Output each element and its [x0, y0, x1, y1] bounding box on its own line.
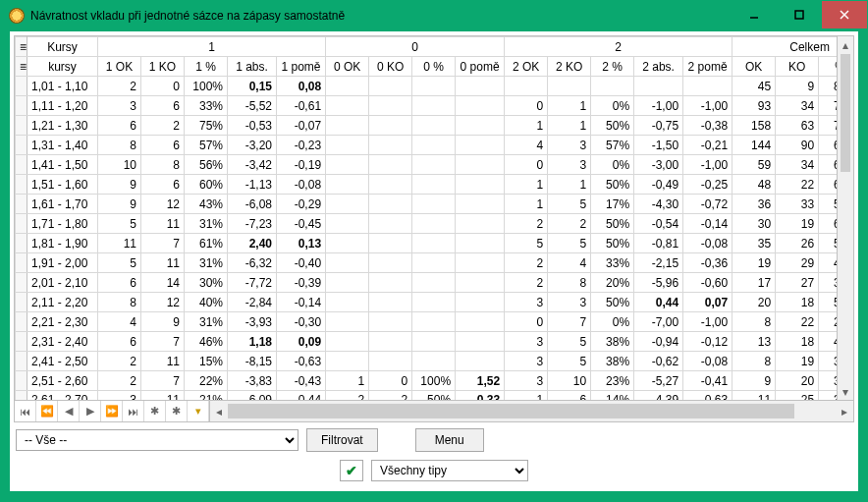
col-1abs[interactable]: 1 abs. [228, 57, 277, 77]
row-handle[interactable] [16, 352, 27, 371]
cell: -0,14 [683, 214, 732, 234]
row-handle[interactable] [16, 77, 27, 96]
scroll-down-arrow-icon[interactable]: ▾ [838, 383, 853, 400]
cell [326, 352, 369, 371]
row-handle[interactable] [16, 155, 27, 175]
nav-last-icon[interactable]: ⏭ [123, 401, 144, 421]
col-2abs[interactable]: 2 abs. [634, 57, 683, 77]
cell: 8 [732, 352, 776, 371]
row-handle[interactable] [16, 273, 27, 293]
tips-select[interactable]: Všechny tipy [371, 460, 528, 481]
cell: 0 [141, 77, 185, 96]
scroll-up-arrow-icon[interactable]: ▴ [838, 36, 853, 53]
col-0ko[interactable]: 0 KO [369, 57, 412, 77]
row-handle[interactable] [16, 234, 27, 253]
row-handle[interactable] [16, 116, 27, 136]
nav-nextpage-icon[interactable]: ⏩ [101, 401, 123, 421]
col-1ko[interactable]: 1 KO [141, 57, 185, 77]
row-handle[interactable] [16, 214, 27, 234]
table-row[interactable]: 1,71 - 1,8051131%-7,23-0,452250%-0,54-0,… [16, 214, 854, 234]
col-group-celkem[interactable]: Celkem [732, 37, 853, 57]
row-handle[interactable] [16, 96, 27, 116]
table-row[interactable]: 2,11 - 2,2081240%-2,84-0,143350%0,440,07… [16, 293, 854, 312]
col-1pct[interactable]: 1 % [185, 57, 228, 77]
nav-bookmark2-icon[interactable]: ✱ [166, 401, 188, 421]
content-area: ≡ Kursy 1 0 2 Celkem OK kurs ≡ kursy 1 O… [9, 30, 859, 492]
table-row[interactable]: 2,21 - 2,304931%-3,93-0,30070%-7,00-1,00… [16, 312, 854, 332]
col-0ok[interactable]: 0 OK [326, 57, 369, 77]
minimize-button[interactable] [732, 1, 777, 28]
col-range[interactable]: kursy [27, 57, 98, 77]
col-group-1[interactable]: 1 [98, 37, 326, 57]
col-1ok[interactable]: 1 OK [98, 57, 141, 77]
titlebar[interactable]: Návratnost vkladu při jednotné sázce na … [1, 1, 867, 30]
table-row[interactable]: 1,01 - 1,1020100%0,150,0845983%-01,20 [16, 77, 854, 96]
vscroll-thumb[interactable] [841, 54, 850, 172]
scroll-left-arrow-icon[interactable]: ◂ [210, 401, 228, 421]
col-2pct[interactable]: 2 % [591, 57, 634, 77]
cell: 9 [732, 371, 776, 391]
col-group-0[interactable]: 0 [326, 37, 505, 57]
cell: 18 [776, 332, 819, 352]
grid-corner[interactable]: ≡ [16, 37, 27, 57]
row-handle[interactable] [16, 371, 27, 391]
row-handle[interactable] [16, 136, 27, 155]
cell: -2,15 [634, 253, 683, 273]
grid-corner-2[interactable]: ≡ [16, 57, 27, 77]
table-row[interactable]: 1,81 - 1,9011761%2,400,135550%-0,81-0,08… [16, 234, 854, 253]
table-row[interactable]: 1,21 - 1,306275%-0,53-0,071150%-0,75-0,3… [16, 116, 854, 136]
menu-button[interactable]: Menu [415, 428, 484, 452]
cell [456, 195, 505, 214]
table-row[interactable]: 1,31 - 1,408657%-3,20-0,234357%-1,50-0,2… [16, 136, 854, 155]
table-row[interactable]: 2,51 - 2,602722%-3,83-0,4310100%1,523102… [16, 371, 854, 391]
close-button[interactable] [822, 1, 867, 28]
table-row[interactable]: 2,31 - 2,406746%1,180,093538%-0,94-0,121… [16, 332, 854, 352]
row-handle[interactable] [16, 332, 27, 352]
nav-filter-icon[interactable]: ▾ [188, 401, 209, 421]
vertical-scrollbar[interactable]: ▴ ▾ [837, 36, 853, 400]
col-2ok[interactable]: 2 OK [505, 57, 548, 77]
cell: 46% [185, 332, 228, 352]
col-2pome[interactable]: 2 pomě [683, 57, 732, 77]
filter-select[interactable]: -- Vše -- [16, 429, 298, 451]
nav-first-icon[interactable]: ⏮ [15, 401, 36, 421]
scroll-right-arrow-icon[interactable]: ▸ [836, 401, 853, 421]
col-group-kursy[interactable]: Kursy [27, 37, 98, 57]
cell: -0,40 [277, 253, 326, 273]
nav-prevpage-icon[interactable]: ⏪ [36, 401, 58, 421]
col-0pome[interactable]: 0 pomě [456, 57, 505, 77]
nav-prev-icon[interactable]: ◀ [58, 401, 80, 421]
cell: 18 [776, 293, 819, 312]
row-handle[interactable] [16, 391, 27, 401]
col-1pome[interactable]: 1 pomě [277, 57, 326, 77]
table-row[interactable]: 1,51 - 1,609660%-1,13-0,081150%-0,49-0,2… [16, 175, 854, 195]
col-0pct[interactable]: 0 % [412, 57, 456, 77]
cell: -0,08 [683, 234, 732, 253]
table-row[interactable]: 2,61 - 2,7031121%-6,09-0,442250%0,331614… [16, 391, 854, 401]
row-handle[interactable] [16, 175, 27, 195]
filter-button[interactable]: Filtrovat [306, 428, 378, 452]
tips-checkbox[interactable]: ✔ [340, 460, 363, 481]
table-row[interactable]: 1,61 - 1,7091243%-6,08-0,291517%-4,30-0,… [16, 195, 854, 214]
cell: 5 [548, 352, 591, 371]
col-cok[interactable]: OK [732, 57, 776, 77]
hscroll-thumb[interactable] [228, 404, 794, 418]
horizontal-scrollbar[interactable]: ◂ ▸ [209, 401, 853, 421]
nav-bookmark-icon[interactable]: ✱ [144, 401, 166, 421]
col-cko[interactable]: KO [776, 57, 819, 77]
data-grid[interactable]: ≡ Kursy 1 0 2 Celkem OK kurs ≡ kursy 1 O… [14, 35, 854, 422]
col-2ko[interactable]: 2 KO [548, 57, 591, 77]
row-handle[interactable] [16, 253, 27, 273]
col-group-2[interactable]: 2 [505, 37, 732, 57]
cell: 0,33 [456, 391, 505, 401]
row-handle[interactable] [16, 293, 27, 312]
table-row[interactable]: 2,41 - 2,5021115%-8,15-0,633538%-0,62-0,… [16, 352, 854, 371]
nav-next-icon[interactable]: ▶ [80, 401, 101, 421]
maximize-button[interactable] [777, 1, 822, 28]
table-row[interactable]: 2,01 - 2,1061430%-7,72-0,392820%-5,96-0,… [16, 273, 854, 293]
row-handle[interactable] [16, 312, 27, 332]
row-handle[interactable] [16, 195, 27, 214]
table-row[interactable]: 1,41 - 1,5010856%-3,42-0,19030%-3,00-1,0… [16, 155, 854, 175]
table-row[interactable]: 1,91 - 2,0051131%-6,32-0,402433%-2,15-0,… [16, 253, 854, 273]
table-row[interactable]: 1,11 - 1,203633%-5,52-0,61010%-1,00-1,00… [16, 96, 854, 116]
